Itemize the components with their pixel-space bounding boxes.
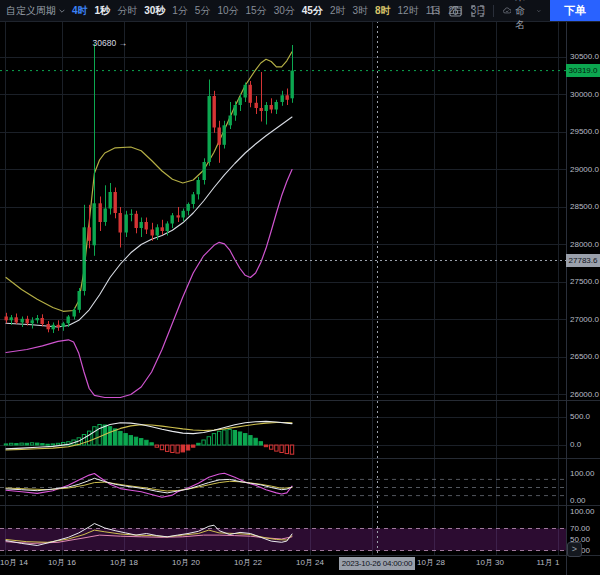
resolution-label[interactable]: 1s xyxy=(429,5,440,16)
period-button-10分[interactable]: 10分 xyxy=(217,4,238,18)
fullscreen-icon[interactable] xyxy=(471,5,484,17)
place-order-button[interactable]: 下单 xyxy=(550,0,600,21)
period-button-12时[interactable]: 12时 xyxy=(398,4,419,18)
cloud-save-icon xyxy=(503,5,512,16)
period-button-1分[interactable]: 1分 xyxy=(172,4,188,18)
camera-icon[interactable] xyxy=(449,5,462,17)
period-button-30分[interactable]: 30分 xyxy=(274,4,295,18)
trading-app: 30680 → 30500.030000.029500.029000.02850… xyxy=(0,0,600,575)
custom-period-label: 自定义周期 xyxy=(6,4,56,18)
custom-period-selector[interactable]: 自定义周期 xyxy=(6,4,65,18)
chevron-down-icon xyxy=(537,8,541,14)
period-button-15分[interactable]: 15分 xyxy=(246,4,267,18)
period-button-2时[interactable]: 2时 xyxy=(330,4,346,18)
period-button-1秒[interactable]: 1秒 xyxy=(95,4,111,18)
period-button-45分[interactable]: 45分 xyxy=(302,4,323,18)
cloud-layout-menu[interactable]: 未命名 xyxy=(503,0,541,32)
axis-expander-button[interactable]: > xyxy=(567,542,582,557)
layout-name-label: 未命名 xyxy=(515,0,533,32)
period-button-4时[interactable]: 4时 xyxy=(72,4,88,18)
toolbar-divider xyxy=(493,5,494,17)
period-button-5分[interactable]: 5分 xyxy=(195,4,211,18)
period-button-30秒[interactable]: 30秒 xyxy=(144,4,165,18)
period-button-3时[interactable]: 3时 xyxy=(352,4,368,18)
period-button-分时[interactable]: 分时 xyxy=(117,4,137,18)
candlestick-chart[interactable]: 30680 → xyxy=(0,0,600,575)
svg-text:30680 →: 30680 → xyxy=(93,38,128,48)
period-button-list: 4时1秒分时30秒1分5分10分15分30分45分2时3时8时12时1日2日3日 xyxy=(72,4,486,18)
chart-toolbar: 自定义周期 4时1秒分时30秒1分5分10分15分30分45分2时3时8时12时… xyxy=(0,0,600,22)
chevron-down-icon xyxy=(59,8,65,14)
period-button-8时[interactable]: 8时 xyxy=(375,4,391,18)
